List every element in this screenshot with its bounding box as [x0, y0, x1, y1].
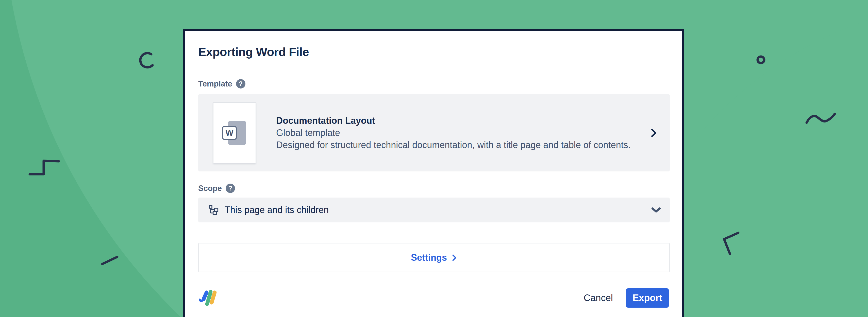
- settings-button[interactable]: Settings: [198, 243, 670, 272]
- scope-selected-value: This page and its children: [225, 205, 329, 215]
- template-name: Documentation Layout: [276, 115, 631, 127]
- scope-section-label: Scope: [198, 184, 222, 193]
- template-texts: Documentation Layout Global template Des…: [276, 115, 631, 151]
- export-dialog: Exporting Word File Template ? W Documen…: [183, 29, 684, 317]
- app-logo: [199, 289, 219, 307]
- template-section-label: Template: [198, 79, 232, 89]
- desktop-background: Exporting Word File Template ? W Documen…: [0, 0, 868, 317]
- page-tree-icon: [208, 205, 219, 215]
- question-mark-icon[interactable]: ?: [226, 184, 235, 193]
- question-mark-icon[interactable]: ?: [236, 79, 245, 89]
- template-description: Designed for structured technical docume…: [276, 139, 631, 151]
- template-label-row: Template ?: [198, 79, 669, 89]
- word-letter-badge: W: [222, 126, 237, 140]
- scope-label-row: Scope ?: [198, 184, 669, 193]
- footer-actions: Cancel Export: [579, 288, 669, 308]
- template-card[interactable]: W Documentation Layout Global template D…: [198, 94, 670, 171]
- chevron-right-icon: [452, 254, 457, 262]
- dialog-footer: Cancel Export: [198, 288, 669, 308]
- chevron-down-icon: [650, 206, 662, 214]
- template-thumbnail: W: [213, 102, 256, 163]
- scope-dropdown[interactable]: This page and its children: [198, 198, 670, 222]
- step-doodle: [30, 161, 59, 174]
- slash-doodle: [102, 257, 117, 264]
- cancel-button[interactable]: Cancel: [579, 290, 618, 306]
- dialog-title: Exporting Word File: [198, 45, 669, 59]
- template-subtitle: Global template: [276, 127, 631, 139]
- export-button[interactable]: Export: [626, 288, 669, 308]
- chevron-right-icon: [650, 128, 658, 138]
- settings-label: Settings: [411, 252, 447, 263]
